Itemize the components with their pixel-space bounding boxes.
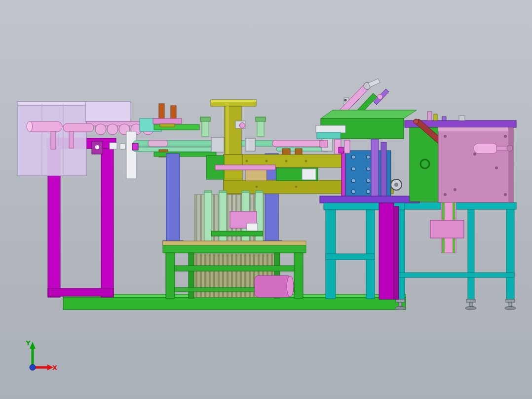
- rail-end-block: [132, 143, 138, 150]
- rail-connector: [211, 137, 224, 152]
- stopper-cylinder: [159, 104, 164, 120]
- stopper-cylinder: [171, 106, 176, 120]
- rail-sleeve: [272, 140, 322, 147]
- purple-column: [381, 142, 386, 198]
- link-roller: [378, 94, 382, 99]
- plunger-body: [257, 121, 264, 136]
- purple-top-bar: [320, 196, 419, 203]
- box-side-edge: [508, 127, 513, 202]
- stand-crossbar: [326, 254, 375, 260]
- housing-top-edge: [17, 102, 86, 105]
- machine-model-canvas[interactable]: Y X: [0, 0, 532, 399]
- press-head-highlight: [211, 100, 256, 102]
- pulley-hub: [394, 183, 398, 187]
- table-crossbar: [175, 266, 294, 271]
- tilt-box-top-face: [321, 110, 417, 119]
- teal-plate: [317, 132, 341, 139]
- mount-block: [110, 143, 117, 149]
- outfeed-control-module[interactable]: [405, 112, 516, 253]
- green-plate: [211, 231, 263, 236]
- stand-right-leg: [101, 149, 114, 297]
- arm-tip: [368, 79, 380, 87]
- leveling-feet: [395, 299, 516, 310]
- tan-block: [246, 169, 266, 181]
- origin-sphere: [30, 364, 36, 370]
- sensor-lens: [95, 145, 99, 149]
- stand-crossbar: [396, 273, 514, 278]
- work-table[interactable]: [163, 241, 306, 298]
- table-apron: [163, 245, 306, 253]
- stand-bottom-bar: [48, 288, 114, 296]
- axis-y-label: Y: [25, 339, 31, 347]
- base-front-face: [63, 297, 406, 310]
- roller-post: [51, 131, 56, 149]
- control-box: [438, 127, 513, 202]
- roller-post: [69, 131, 74, 148]
- pink-block: [320, 140, 328, 147]
- rod-end: [507, 145, 513, 151]
- white-block: [247, 223, 258, 231]
- y-axis-arrowhead: [30, 342, 36, 349]
- plunger-cap: [256, 117, 266, 121]
- axis-triad: Y X: [25, 339, 57, 371]
- table-leg: [294, 253, 303, 298]
- silver-plate: [316, 125, 345, 133]
- drum-motor: [255, 276, 291, 297]
- roller-end-cap: [27, 121, 33, 131]
- plunger-body: [202, 121, 209, 136]
- magenta-block: [339, 147, 343, 153]
- axis-x-label: X: [52, 364, 57, 371]
- rail-sleeve: [148, 140, 168, 147]
- drum-end-cap: [287, 276, 294, 297]
- top-fitting: [442, 117, 446, 120]
- plunger-cap: [200, 117, 210, 121]
- top-fitting: [427, 112, 432, 120]
- housing-side-panel: [85, 102, 131, 121]
- magenta-rear-leg: [394, 206, 399, 299]
- guide-column: [166, 154, 180, 242]
- stand-leg: [506, 209, 514, 300]
- conveyor-roller-large: [28, 121, 62, 132]
- cad-viewport[interactable]: Y X: [0, 0, 532, 399]
- table-top-strip: [163, 241, 306, 245]
- stopper-plate: [153, 119, 182, 124]
- mount-block: [120, 144, 125, 149]
- slider-block: [430, 220, 464, 238]
- conveyor-roller: [63, 123, 94, 132]
- top-fitting: [459, 116, 465, 120]
- table-leg: [166, 253, 175, 298]
- rail-connector: [245, 138, 255, 151]
- magenta-leg: [379, 203, 394, 299]
- top-fitting: [434, 114, 437, 120]
- cylinder-rod: [496, 146, 508, 151]
- box-top-edge: [438, 127, 513, 131]
- purple-column: [371, 139, 379, 198]
- support-bracket: [126, 131, 136, 179]
- white-block: [302, 169, 316, 180]
- stand-leg: [468, 209, 474, 300]
- stopper-base: [160, 124, 175, 127]
- secondary-rail: [133, 147, 220, 152]
- infeed-conveyor-module[interactable]: [17, 102, 153, 297]
- pink-knob: [240, 123, 245, 128]
- bolt: [344, 99, 347, 102]
- air-cylinder: [474, 143, 497, 154]
- pink-plate: [215, 165, 275, 170]
- pink-cylinder: [344, 140, 350, 153]
- handle-knob: [414, 119, 418, 124]
